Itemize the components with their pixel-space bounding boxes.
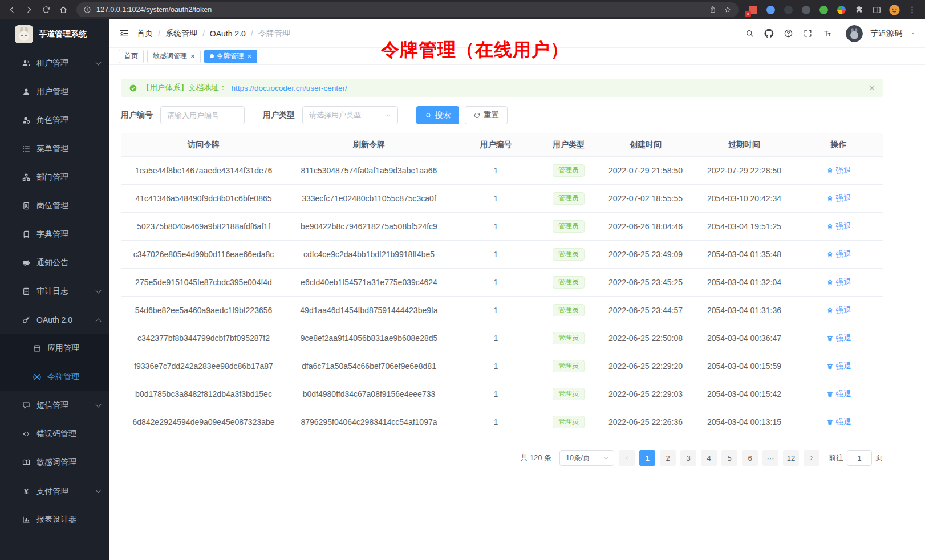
chevron-down-icon — [96, 401, 102, 407]
ext-dark-icon[interactable] — [782, 3, 794, 16]
menu-dots-icon[interactable] — [906, 3, 918, 16]
sidebar-item[interactable]: 敏感词管理 — [0, 448, 109, 477]
user-type-select[interactable]: 请选择用户类型 — [302, 106, 398, 124]
page-button[interactable]: 6 — [742, 450, 758, 466]
page-button[interactable]: 4 — [701, 450, 717, 466]
sidebar-item-label: 用户管理 — [36, 87, 100, 97]
td-action: 强退 — [794, 185, 883, 212]
puzzle-icon[interactable] — [853, 3, 865, 16]
user-type-badge: 管理员 — [553, 276, 585, 289]
sidepanel-icon[interactable] — [870, 3, 883, 16]
ext-blue-icon[interactable] — [764, 3, 777, 16]
breadcrumb-item: 令牌管理 — [258, 29, 290, 39]
sidebar-item[interactable]: ¥支付管理 — [0, 477, 109, 505]
profile-avatar-icon[interactable] — [888, 3, 900, 16]
forward-icon[interactable] — [22, 2, 36, 17]
fullscreen-icon[interactable] — [800, 26, 816, 42]
chevron-down-icon — [385, 112, 392, 119]
sidebar-item[interactable]: 报表设计器 — [0, 505, 109, 534]
sidebar-item[interactable]: 审计日志 — [0, 277, 109, 306]
info-icon[interactable] — [83, 6, 91, 14]
search-button[interactable]: 搜索 — [416, 106, 459, 124]
force-logout-button[interactable]: 强退 — [826, 249, 851, 259]
next-page-button[interactable] — [804, 450, 819, 466]
sms-icon — [22, 401, 31, 410]
reset-button[interactable]: 重置 — [465, 106, 508, 124]
breadcrumb-item[interactable]: 首页 — [137, 29, 153, 39]
force-logout-button[interactable]: 强退 — [826, 165, 851, 176]
ext-rainbow-icon[interactable] — [835, 3, 847, 16]
sidebar-item[interactable]: 部门管理 — [0, 163, 109, 192]
page-size-select[interactable]: 10条/页 — [559, 450, 614, 466]
sidebar-item[interactable]: OAuth 2.0 — [0, 306, 109, 334]
home-icon[interactable] — [56, 2, 71, 17]
alert-doc-link[interactable]: https://doc.iocoder.cn/user-center/ — [232, 84, 347, 92]
breadcrumb-separator: / — [251, 29, 253, 38]
alert-close-icon[interactable]: × — [869, 83, 875, 93]
app-logo[interactable]: 芋道管理系统 — [0, 19, 109, 49]
force-logout-button[interactable]: 强退 — [826, 361, 851, 371]
force-logout-button[interactable]: 强退 — [826, 333, 851, 343]
force-logout-button[interactable]: 强退 — [826, 305, 851, 315]
sidebar-item[interactable]: 岗位管理 — [0, 192, 109, 220]
refresh-icon[interactable] — [39, 2, 54, 17]
page-button[interactable]: 2 — [660, 450, 676, 466]
total-count: 共 120 条 — [520, 453, 551, 463]
tab-close-icon[interactable]: × — [248, 52, 252, 60]
td-refresh-token: 49d1aa46d1454fbd87591444423be9fa — [286, 297, 452, 324]
page-button[interactable]: 3 — [680, 450, 696, 466]
sidebar-item[interactable]: 菜单管理 — [0, 135, 109, 163]
goto-page-input[interactable] — [847, 450, 872, 466]
page-button[interactable]: 12 — [783, 450, 799, 466]
prev-page-button[interactable] — [619, 450, 635, 466]
ext-red-icon[interactable]: 0 — [747, 3, 759, 16]
bookmark-star-icon[interactable] — [724, 6, 732, 14]
sidebar-item[interactable]: 字典管理 — [0, 220, 109, 249]
force-logout-button[interactable]: 强退 — [826, 193, 851, 204]
ext-dark2-icon[interactable] — [800, 3, 812, 16]
back-icon[interactable] — [5, 2, 19, 17]
page-button[interactable]: 1 — [639, 450, 655, 466]
td-expire-time: 2022-07-29 22:28:50 — [694, 157, 794, 184]
caret-down-icon[interactable] — [910, 30, 916, 36]
breadcrumb-item[interactable]: 系统管理 — [165, 29, 197, 39]
force-logout-button[interactable]: 强退 — [826, 389, 851, 399]
help-icon[interactable] — [780, 26, 796, 42]
user-avatar[interactable] — [846, 25, 863, 42]
td-refresh-token: 811c530487574fa0af1a59d3abc1aa66 — [286, 157, 452, 184]
force-logout-button[interactable]: 强退 — [826, 417, 851, 427]
sidebar-item-label: OAuth 2.0 — [36, 315, 91, 324]
force-logout-button[interactable]: 强退 — [826, 277, 851, 287]
ext-green-icon[interactable] — [817, 3, 830, 16]
tab-item[interactable]: 首页 — [119, 50, 144, 63]
sidebar-item[interactable]: 令牌管理 — [0, 363, 109, 391]
force-logout-button[interactable]: 强退 — [826, 221, 851, 232]
user-id-input[interactable] — [160, 106, 245, 124]
github-icon[interactable] — [761, 26, 777, 42]
errcode-icon — [22, 429, 31, 439]
sidebar-item[interactable]: 应用管理 — [0, 334, 109, 363]
collapse-sidebar-icon[interactable] — [119, 28, 129, 39]
url-text: 127.0.0.1:1024/system/oauth2/token — [96, 6, 704, 14]
search-icon[interactable] — [741, 26, 757, 42]
sidebar-item-label: 角色管理 — [36, 115, 100, 125]
username[interactable]: 芋道源码 — [870, 29, 902, 39]
font-size-icon[interactable] — [819, 26, 835, 42]
td-user-id: 1 — [452, 380, 540, 408]
address-bar[interactable]: 127.0.0.1:1024/system/oauth2/token — [76, 2, 739, 17]
tab-item[interactable]: 敏感词管理× — [147, 50, 201, 63]
page-button[interactable]: 5 — [721, 450, 737, 466]
app-icon — [33, 344, 42, 353]
tab-close-icon[interactable]: × — [190, 52, 195, 60]
tab-item[interactable]: 令牌管理× — [204, 50, 258, 63]
breadcrumb-item[interactable]: OAuth 2.0 — [210, 29, 246, 38]
sidebar-item[interactable]: 错误码管理 — [0, 420, 109, 448]
share-icon[interactable] — [709, 6, 717, 14]
sidebar-item[interactable]: 租户管理 — [0, 49, 109, 78]
sidebar-item[interactable]: 通知公告 — [0, 249, 109, 277]
user-type-badge: 管理员 — [553, 332, 585, 344]
sidebar-item[interactable]: 角色管理 — [0, 106, 109, 135]
sidebar-item[interactable]: 用户管理 — [0, 78, 109, 106]
pager-more-button[interactable]: ··· — [762, 450, 778, 466]
sidebar-item[interactable]: 短信管理 — [0, 391, 109, 420]
